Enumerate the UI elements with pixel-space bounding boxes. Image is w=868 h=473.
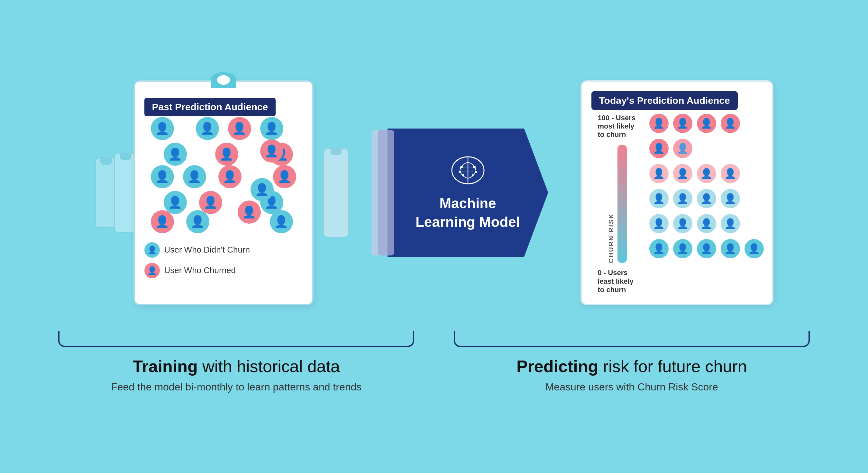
user-teal-5: 👤 (151, 165, 174, 188)
right-section-subtitle: Measure users with Churn Risk Score (546, 381, 718, 393)
training-rest: with historical data (198, 357, 340, 376)
right-clipboard: Today's Prediction Audience 100 - Users … (581, 80, 773, 305)
user-pink-2: 👤 (215, 143, 238, 166)
today-prediction-badge: Today's Prediction Audience (591, 91, 738, 110)
predicting-rest: risk for future churn (598, 357, 747, 376)
ru-6-4: 👤 (721, 239, 740, 258)
ru-6-3: 👤 (697, 239, 716, 258)
legend-label-teal: User Who Didn't Churn (164, 245, 250, 255)
left-clipboard-group: Past Prediction Audience 👤 👤 👤 👤 👤 👤 👤 👤… (95, 80, 314, 305)
legend: 👤 User Who Didn't Churn 👤 User Who Churn… (145, 242, 250, 278)
ru-6-2: 👤 (673, 239, 692, 258)
top-section: Past Prediction Audience 👤 👤 👤 👤 👤 👤 👤 👤… (39, 80, 829, 305)
user-row-3: 👤 👤 👤 👤 (649, 164, 764, 183)
training-bold: Training (133, 357, 198, 376)
legend-icon-pink: 👤 (145, 263, 160, 278)
ru-4-4: 👤 (721, 189, 740, 208)
scale-text: CHURN RISK (608, 145, 615, 263)
ml-label-line1: Machine (439, 194, 496, 212)
ru-1-2: 👤 (673, 114, 692, 133)
user-pink-6: 👤 (199, 191, 222, 214)
svg-point-6 (462, 174, 464, 176)
ru-5-3: 👤 (697, 214, 716, 233)
scale-bottom-label: 0 - Users least likely to churn (598, 269, 637, 294)
legend-icon-teal: 👤 (145, 242, 160, 258)
user-teal-1: 👤 (151, 117, 174, 140)
user-row-4: 👤 👤 👤 👤 (649, 189, 764, 208)
bracket-right: Predicting risk for future churn Measure… (434, 331, 830, 393)
scale-bar (618, 145, 627, 263)
ru-3-4: 👤 (721, 164, 740, 183)
ru-2-1: 👤 (649, 139, 669, 158)
ru-3-1: 👤 (649, 164, 669, 183)
clipboard-clip (211, 72, 237, 88)
right-users: 👤 👤 👤 👤 👤 👤 👤 👤 👤 (649, 114, 764, 294)
ru-2-2: 👤 (673, 139, 692, 158)
ru-6-5: 👤 (744, 239, 764, 258)
middle-clipboard (323, 148, 349, 238)
ru-1-4: 👤 (721, 114, 740, 133)
left-section-subtitle: Feed the model bi-monthly to learn patte… (111, 381, 362, 393)
ru-1-1: 👤 (649, 114, 669, 133)
user-teal-4: 👤 (164, 143, 187, 166)
ml-arrow: Machine Learning Model (388, 129, 548, 257)
ru-3-2: 👤 (673, 164, 692, 183)
predicting-bold: Predicting (517, 357, 598, 376)
user-pink-7: 👤 (151, 210, 174, 233)
user-pink-8: 👤 (260, 139, 283, 163)
past-clipboard: Past Prediction Audience 👤 👤 👤 👤 👤 👤 👤 👤… (133, 80, 314, 305)
ru-5-4: 👤 (721, 214, 740, 233)
ru-5-1: 👤 (649, 214, 669, 233)
user-teal-6: 👤 (183, 165, 206, 188)
user-teal-2: 👤 (196, 117, 219, 140)
bottom-section: Training with historical data Feed the m… (39, 331, 829, 393)
page-container: Past Prediction Audience 👤 👤 👤 👤 👤 👤 👤 👤… (0, 0, 868, 473)
brain-icon (448, 154, 487, 188)
user-pink-1: 👤 (228, 117, 251, 140)
user-teal-7: 👤 (164, 191, 187, 214)
ml-label-line2: Learning Model (415, 213, 520, 231)
churn-scale: 100 - Users most likely to churn CHURN R… (591, 114, 643, 294)
user-teal-11: 👤 (250, 178, 274, 201)
ru-4-3: 👤 (697, 189, 716, 208)
ru-1-3: 👤 (697, 114, 716, 133)
right-content: 100 - Users most likely to churn CHURN R… (591, 114, 763, 294)
ru-3-3: 👤 (697, 164, 716, 183)
legend-churned: 👤 User Who Churned (145, 263, 250, 278)
user-pink-4: 👤 (218, 165, 242, 188)
user-row-1: 👤 👤 👤 👤 (649, 114, 764, 133)
scale-top-label: 100 - Users most likely to churn (598, 114, 637, 139)
users-scatter: 👤 👤 👤 👤 👤 👤 👤 👤 👤 👤 👤 👤 👤 👤 👤 👤 (145, 114, 303, 236)
left-section-title: Training with historical data (133, 357, 340, 376)
user-teal-9: 👤 (186, 210, 209, 233)
svg-point-7 (472, 174, 474, 176)
ru-5-2: 👤 (673, 214, 692, 233)
right-bracket-line (454, 331, 810, 347)
ru-6-1: 👤 (649, 239, 669, 258)
user-pink-9: 👤 (238, 201, 261, 224)
user-pink-5: 👤 (273, 165, 296, 188)
legend-didnt-churn: 👤 User Who Didn't Churn (145, 242, 250, 258)
user-row-2: 👤 👤 (649, 139, 764, 158)
user-row-5: 👤 👤 👤 👤 (649, 214, 764, 233)
right-section-title: Predicting risk for future churn (517, 357, 747, 376)
user-teal-3: 👤 (260, 117, 283, 140)
ml-section: Machine Learning Model (371, 129, 548, 257)
user-row-6: 👤 👤 👤 👤 👤 (649, 239, 764, 258)
left-bracket-line (58, 331, 414, 347)
legend-label-pink: User Who Churned (164, 265, 236, 275)
bracket-left: Training with historical data Feed the m… (39, 331, 434, 393)
ru-4-2: 👤 (673, 189, 692, 208)
user-teal-10: 👤 (270, 210, 293, 233)
ru-4-1: 👤 (649, 189, 669, 208)
